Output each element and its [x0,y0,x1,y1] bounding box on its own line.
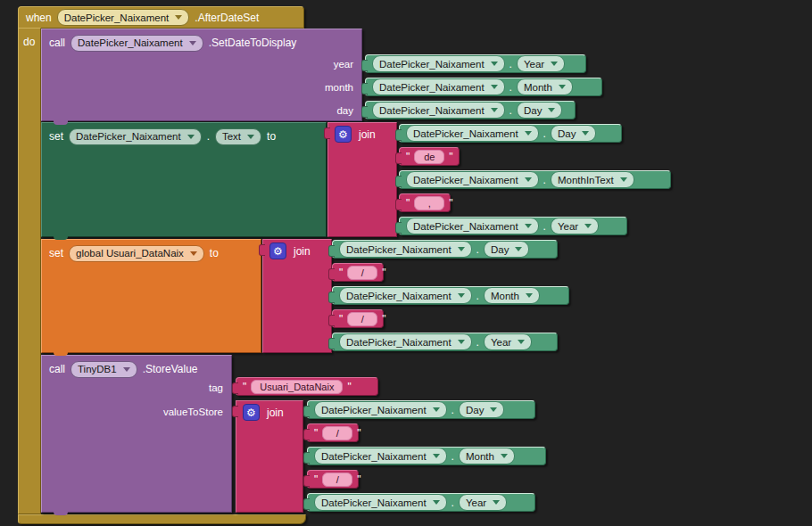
getter-block-day[interactable]: DatePicker_Naixament . Day [307,400,535,419]
string-field[interactable]: / [347,266,377,280]
string-field[interactable]: , [414,196,444,210]
set-global-variable-block[interactable]: set global Usuari_DataNaix to [41,239,261,353]
close-quote: " [449,197,452,210]
dropdown-label: DatePicker_Naixament [413,128,518,139]
chevron-down-icon [247,135,254,139]
component-dropdown[interactable]: DatePicker_Naixament [372,78,505,95]
open-quote: " [406,151,410,163]
when-event-block-header[interactable]: when DatePicker_Naixament .AfterDateSet [18,6,304,29]
text-string-block[interactable]: " / " [332,309,384,328]
getter-block-year[interactable]: DatePicker_Naixament . Year [399,217,627,235]
component-dropdown[interactable]: DatePicker_Naixament [70,35,203,52]
join-block[interactable]: ⚙ join [236,400,303,513]
mutator-gear-icon[interactable]: ⚙ [269,242,286,259]
variable-dropdown[interactable]: global Usuari_DataNaix [69,245,204,262]
getter-block-month[interactable]: DatePicker_Naixament . Month [365,78,602,96]
connector-tab [303,475,310,487]
connector-tab [395,152,402,164]
property-dropdown[interactable]: MonthInText [551,171,634,188]
dropdown-label: DatePicker_Naixament [413,175,518,185]
dropdown-label: Year [491,337,511,348]
connector-tab [328,292,335,303]
string-field[interactable]: / [322,426,352,440]
text-string-block[interactable]: " / " [332,263,384,282]
property-dropdown[interactable]: Month [484,287,540,304]
chevron-down-icon [433,500,440,505]
set-text-block[interactable]: set DatePicker_Naixament . Text to [41,122,327,237]
component-dropdown[interactable]: DatePicker_Naixament [339,287,472,304]
text-string-block[interactable]: " / " [307,470,359,489]
connector-tab [361,60,368,71]
call-storevalue-block[interactable]: call TinyDB1 .StoreValue tag valueToStor… [41,355,232,513]
text-string-block[interactable]: " / " [307,423,359,442]
component-dropdown[interactable]: DatePicker_Naixament [57,9,190,26]
mutator-gear-icon[interactable]: ⚙ [335,126,352,143]
property-dropdown[interactable]: Day [459,401,504,418]
getter-block-year[interactable]: DatePicker_Naixament . Year [365,54,586,73]
property-dropdown[interactable]: Text [215,128,261,145]
getter-block-day[interactable]: DatePicker_Naixament . Day [332,240,558,259]
param-label-year: year [334,55,353,74]
join-block[interactable]: ⚙ join [262,239,332,353]
when-block-bottom-rail[interactable] [18,514,306,524]
open-quote: " [314,473,318,486]
join-block[interactable]: ⚙ join [327,122,397,237]
dropdown-label: MonthInText [558,175,614,185]
open-quote: " [314,427,318,440]
component-dropdown[interactable]: DatePicker_Naixament [406,125,539,142]
call-setdatetodisplay-block[interactable]: call DatePicker_Naixament .SetDateToDisp… [41,29,362,121]
property-dropdown[interactable]: Month [459,448,515,464]
connector-bump [54,351,68,356]
property-dropdown[interactable]: Year [459,494,507,511]
set-keyword: set [49,130,63,143]
chevron-down-icon [491,85,498,89]
getter-block-year[interactable]: DatePicker_Naixament . Year [332,333,558,351]
close-quote: " [357,473,360,486]
when-block-left-rail[interactable]: do [18,28,41,514]
component-dropdown[interactable]: DatePicker_Naixament [372,55,505,72]
string-field[interactable]: / [347,312,377,326]
component-dropdown[interactable]: DatePicker_Naixament [339,241,472,258]
connector-tab [303,429,310,440]
property-dropdown[interactable]: Day [484,241,529,258]
string-field[interactable]: / [322,473,352,487]
getter-block-year[interactable]: DatePicker_Naixament . Year [307,493,535,512]
text-string-block-tag[interactable]: " Usuari_DataNaix " [236,377,378,396]
close-quote: " [382,267,385,279]
text-string-block[interactable]: " de " [399,147,460,166]
getter-block-month[interactable]: DatePicker_Naixament . Month [307,447,546,465]
component-dropdown[interactable]: DatePicker_Naixament [314,448,447,464]
component-dropdown[interactable]: TinyDB1 [70,361,137,378]
property-dropdown[interactable]: Day [517,102,562,119]
chevron-down-icon [493,500,500,505]
open-quote: " [243,381,246,393]
component-dropdown[interactable]: DatePicker_Naixament [314,494,447,511]
property-dropdown[interactable]: Month [517,78,573,95]
property-dropdown[interactable]: Year [484,333,532,350]
component-dropdown[interactable]: DatePicker_Naixament [372,102,505,119]
dropdown-label: global Usuari_DataNaix [76,248,184,259]
mutator-gear-icon[interactable]: ⚙ [243,404,260,421]
getter-block-day[interactable]: DatePicker_Naixament . Day [399,124,622,143]
getter-block-day[interactable]: DatePicker_Naixament . Day [365,101,576,119]
blocks-workspace[interactable]: when DatePicker_Naixament .AfterDateSet … [0,0,812,526]
dot-separator: . [452,450,454,463]
dropdown-label: DatePicker_Naixament [346,337,452,348]
component-dropdown[interactable]: DatePicker_Naixament [406,218,539,234]
string-field[interactable]: Usuari_DataNaix [251,380,343,394]
getter-block-month[interactable]: DatePicker_Naixament . Month [332,286,569,305]
chevron-down-icon [526,293,533,298]
component-dropdown[interactable]: DatePicker_Naixament [314,401,447,418]
property-dropdown[interactable]: Year [517,55,565,72]
connector-tab [361,83,368,95]
getter-block-monthintext[interactable]: DatePicker_Naixament . MonthInText [399,170,671,189]
dropdown-label: Month [491,291,519,301]
component-dropdown[interactable]: DatePicker_Naixament [69,128,202,145]
component-dropdown[interactable]: DatePicker_Naixament [406,171,539,188]
string-field[interactable]: de [414,150,444,164]
component-dropdown[interactable]: DatePicker_Naixament [339,333,472,350]
text-string-block[interactable]: " , " [399,193,451,212]
open-quote: " [339,267,343,279]
property-dropdown[interactable]: Day [551,125,596,142]
property-dropdown[interactable]: Year [551,218,599,234]
